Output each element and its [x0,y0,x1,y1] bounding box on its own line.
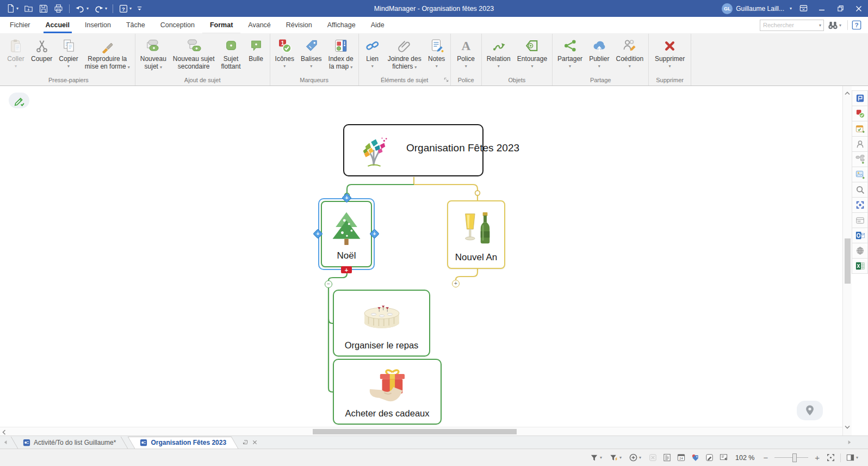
side-tab-window[interactable] [852,212,868,228]
search-input[interactable] [760,22,819,28]
panel-toggle-icon[interactable]: ▾ [846,453,860,462]
undo-icon[interactable]: ▾ [73,2,91,16]
topic-noel[interactable]: Noël [321,201,372,267]
cut-button[interactable]: Couper [28,35,55,64]
side-tab-search[interactable] [852,182,868,198]
collapse-button[interactable]: − [325,280,332,288]
tag-view-icon[interactable] [691,453,700,462]
user-name[interactable]: Guillaume Laill... [736,5,784,13]
location-pin-icon[interactable] [797,401,823,420]
menu-tab-fichier[interactable]: Fichier [2,17,38,33]
marker-icons-button[interactable]: 1Icônes▾ [272,35,297,69]
topic-root[interactable]: Organisation Fêtes 2023 [343,124,483,176]
document-tab[interactable]: Activité/To do list Guillaume* [11,436,128,449]
horizontal-scrollbar[interactable] [0,427,842,436]
tab-scroll-left-icon[interactable] [0,436,11,449]
menu-tab-affichage[interactable]: Affichage [320,17,363,33]
filter-icon[interactable]: ▾ [590,453,604,462]
print-icon[interactable] [51,2,66,16]
ribbon-display-options-icon[interactable] [794,0,813,17]
zoom-slider[interactable] [774,453,808,462]
scroll-left-icon[interactable] [1,428,8,436]
menu-tab-conception[interactable]: Conception [153,17,202,33]
link-button[interactable]: Lien▾ [361,35,385,69]
delete-button[interactable]: Supprimer▾ [652,35,688,69]
map-index-button[interactable]: Index de la map▾ [325,35,357,71]
side-tab-library[interactable] [852,90,868,106]
floating-topic-button[interactable]: Sujet flottant [218,35,244,71]
priority-badge[interactable]: + [341,266,352,273]
notes-view-icon[interactable] [705,453,714,462]
side-tab-calendar[interactable] [852,121,868,137]
help-icon[interactable]: ? [852,20,861,30]
menu-tab-tache[interactable]: Tâche [119,17,153,33]
user-menu-chevron-icon[interactable]: ▾ [786,2,794,16]
side-tab-outlook[interactable] [852,228,868,243]
format-painter-button[interactable]: Reproduire la mise en forme▾ [82,35,133,71]
topic-repas[interactable]: Organiser le repas [333,290,430,357]
find-binoculars-icon[interactable]: ▾ [828,21,844,30]
schedule-view-icon[interactable]: 24 [677,453,686,462]
boundary-button[interactable]: Entourage▾ [514,35,550,69]
side-tab-excel[interactable] [852,258,868,274]
expand-button[interactable]: + [452,280,460,287]
open-folder-icon[interactable] [21,2,36,16]
side-tab-task-markers[interactable] [852,106,868,121]
quick-add-icon[interactable]: ▾ [629,453,643,462]
tag-button[interactable]: Balises▾ [297,35,325,69]
scroll-up-icon[interactable] [844,89,851,99]
select-mode-icon[interactable] [648,453,658,462]
avatar[interactable]: GL [722,3,733,14]
scroll-down-icon[interactable] [844,422,851,432]
coediting-button[interactable]: Coédition▾ [612,35,647,69]
tab-scroll-right-icon[interactable] [847,439,852,446]
side-tab-fit-map[interactable] [852,197,868,213]
font-button[interactable]: APolice▾ [454,35,478,69]
menu-tab-format[interactable]: Format [202,17,240,33]
power-filter-icon[interactable]: ▾ [609,453,624,462]
zoom-in-button[interactable]: + [813,453,821,462]
publish-button[interactable]: Publier▾ [586,35,612,69]
topic-cadeaux[interactable]: Acheter des cadeaux [333,359,442,425]
side-tab-web[interactable] [852,243,868,259]
zoom-out-button[interactable]: − [761,453,770,462]
presentation-mode-icon[interactable] [719,453,728,462]
side-tab-contact[interactable] [852,136,868,152]
vertical-scroll-thumb[interactable] [845,238,851,284]
fit-screen-icon[interactable] [826,453,835,462]
callout-button[interactable]: Bulle [244,35,268,64]
copy-button[interactable]: Copier▾ [55,35,81,69]
customize-toolbar-icon[interactable] [134,2,145,16]
zoom-slider-handle[interactable] [792,453,797,462]
attach-button[interactable]: Joindre des fichiers▾ [385,35,425,71]
restore-button[interactable] [831,0,850,17]
side-tab-map-parts[interactable] [852,151,868,167]
minimize-button[interactable] [813,0,831,17]
paste-button[interactable]: Coller▾ [4,35,28,69]
menu-tab-insertion[interactable]: Insertion [77,17,119,33]
relationship-button[interactable]: Relation▾ [483,35,514,69]
share-button[interactable]: Partager▾ [554,35,586,69]
tab-popout-icon[interactable] [243,439,248,446]
dialog-launcher-icon[interactable] [444,77,449,83]
close-button[interactable] [850,0,868,17]
vertical-scrollbar[interactable] [842,86,852,436]
tab-close-icon[interactable] [252,439,257,446]
map-canvas[interactable]: Organisation Fêtes 2023NoëlNouvel AnOrga… [0,86,842,436]
new-topic-button[interactable]: Nouveau sujet▾ [137,35,170,71]
help-box-icon[interactable]: ?▾ [116,2,134,16]
redo-icon[interactable]: ▾ [91,2,109,16]
menu-tab-accueil[interactable]: Accueil [38,17,77,33]
horizontal-scroll-thumb[interactable] [313,429,517,434]
outline-view-icon[interactable] [662,453,672,462]
menu-tab-revision[interactable]: Révision [278,17,320,33]
menu-tab-aide[interactable]: Aide [363,17,392,33]
notes-button[interactable]: Notes▾ [425,35,449,69]
new-subtopic-button[interactable]: Nouveau sujet secondaire [170,35,218,71]
topic-nouvel-an[interactable]: Nouvel An [447,200,505,269]
menu-tab-avance[interactable]: Avancé [240,17,278,33]
side-tab-images[interactable] [852,167,868,182]
save-icon[interactable] [36,2,51,16]
search-box[interactable]: ▾ [760,20,824,31]
search-dropdown-icon[interactable]: ▾ [819,23,823,28]
